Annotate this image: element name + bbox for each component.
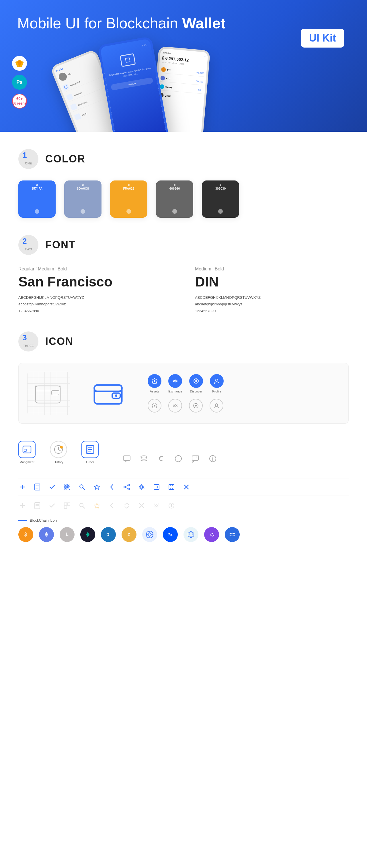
icon-management: Mangment <box>18 441 35 464</box>
layers-icon <box>139 454 149 464</box>
icon-filled-container <box>87 372 131 415</box>
exchange-label: Exchange <box>168 390 182 393</box>
svg-point-20 <box>195 405 197 406</box>
speech-icon <box>121 454 132 464</box>
search-outline-icon <box>78 502 86 509</box>
font2-name: DIN <box>195 274 349 290</box>
check-outline-icon <box>48 502 56 509</box>
svg-text:Ł: Ł <box>66 532 68 537</box>
svg-marker-82 <box>94 503 100 508</box>
section-title-3: ICON <box>45 336 74 347</box>
bitcoin-icon: ₿ <box>18 527 33 542</box>
svg-point-108 <box>167 531 174 538</box>
chevron-left-outline-icon <box>108 502 116 509</box>
gear-icon <box>138 483 146 491</box>
chat-bubble-icon <box>190 454 201 464</box>
icon-wireframe-container <box>27 372 70 415</box>
profile-icon-circle <box>210 374 224 388</box>
swatch-code-gray-blue: #8DA0C8 <box>77 183 89 190</box>
history-label: History <box>54 460 63 464</box>
icon-nav-group: Assets Exchange <box>148 374 224 412</box>
svg-rect-25 <box>24 449 26 452</box>
svg-line-59 <box>83 488 85 490</box>
svg-text:D: D <box>106 532 109 537</box>
plus-outline-icon <box>18 502 26 509</box>
font-section-header: 2 TWO FONT <box>18 235 349 255</box>
ps-badge: Ps <box>12 75 27 90</box>
check-icon <box>48 483 56 491</box>
discover-icon-circle <box>189 374 203 388</box>
section-word-2: TWO <box>25 248 32 251</box>
assets-icon-outline <box>148 399 162 412</box>
color-swatches: #3574FA #8DA0C8 #F5A623 #666666 #303030 <box>18 181 349 218</box>
swatch-dot-gray-blue <box>81 209 85 214</box>
icon-order: Order <box>81 441 98 464</box>
swatch-dot-dark <box>218 209 223 214</box>
order-label: Order <box>86 460 94 464</box>
svg-point-62 <box>124 486 125 488</box>
svg-line-81 <box>83 506 85 508</box>
section-num-3: 3 <box>22 334 27 342</box>
svg-point-38 <box>175 456 181 462</box>
crypto-icons: ₿ Ł D Z <box>18 527 349 542</box>
font-block-din: Medium ' Bold DIN ABCDEFGHIJKLMNOPQRSTUV… <box>195 267 349 314</box>
font2-upper: ABCDEFGHIJKLMNOPQRSTUVWXYZ <box>195 294 349 301</box>
assets-icon <box>151 378 158 384</box>
icon-item-assets: Assets <box>148 374 162 393</box>
svg-point-86 <box>154 503 159 508</box>
litecoin-icon: Ł <box>60 527 75 542</box>
dash-icon: D <box>101 527 116 542</box>
font1-style: Regular ' Medium ' Bold <box>18 267 172 272</box>
search-icon <box>78 483 86 491</box>
blockchain-line <box>18 520 27 521</box>
svg-point-43 <box>213 457 213 458</box>
section-word-3: THREE <box>23 344 33 347</box>
svg-line-65 <box>125 488 128 489</box>
hero-title: Mobile UI for Blockchain Wallet <box>17 14 225 32</box>
stellar-icon <box>225 527 240 542</box>
swatch-gray: #666666 <box>156 181 193 218</box>
svg-rect-51 <box>65 485 66 486</box>
hero-section: Mobile UI for Blockchain Wallet UI Kit P… <box>0 0 367 132</box>
network-icon <box>142 527 157 542</box>
assets-outline-icon <box>151 402 158 409</box>
section-num-1: 1 <box>22 151 27 159</box>
icon-history: i History <box>50 441 67 464</box>
swatch-gray-blue: #8DA0C8 <box>64 181 102 218</box>
ps-icon: Ps <box>16 79 23 85</box>
svg-point-21 <box>195 403 196 404</box>
section-title-1: COLOR <box>45 153 85 165</box>
svg-point-29 <box>60 446 63 448</box>
misc-icons-row <box>121 454 218 464</box>
info-icon <box>207 454 218 464</box>
order-icon-box <box>81 441 98 458</box>
section-number-two: 2 TWO <box>18 235 38 255</box>
utility-icons-outline <box>18 502 349 509</box>
color-section-header: 1 ONE COLOR <box>18 149 349 169</box>
svg-rect-53 <box>68 485 69 486</box>
exchange-icon-circle <box>168 374 182 388</box>
font1-name: San Francisco <box>18 274 172 290</box>
swatch-dark: #303030 <box>202 181 239 218</box>
icon-item-profile: Profile <box>210 374 224 393</box>
swatch-dot-blue <box>35 209 39 214</box>
qr-icon <box>63 483 71 491</box>
svg-point-16 <box>216 379 218 381</box>
font-block-sf: Regular ' Medium ' Bold San Francisco AB… <box>18 267 172 314</box>
svg-point-37 <box>141 456 147 458</box>
sketch-badge <box>12 56 27 71</box>
section-number-one: 1 ONE <box>18 149 38 169</box>
font2-nums: 1234567890 <box>195 308 349 314</box>
svg-point-12 <box>154 380 156 382</box>
icon-section-header: 3 THREE ICON <box>18 332 349 351</box>
screens-badge: 60+ Screens <box>12 94 27 108</box>
svg-rect-78 <box>67 503 70 505</box>
profile-outline-icon <box>213 402 220 409</box>
matic-icon <box>204 527 219 542</box>
icon-outline-row <box>148 399 224 412</box>
qr-outline-icon <box>63 502 71 509</box>
profile-label: Profile <box>212 390 221 393</box>
svg-point-18 <box>154 405 156 406</box>
svg-point-66 <box>141 486 143 488</box>
order-icon <box>86 445 94 454</box>
